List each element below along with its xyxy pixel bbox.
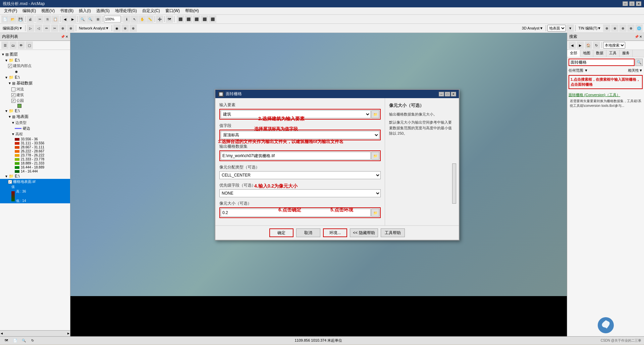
toc-building[interactable]: ✓ 建筑 (0, 92, 70, 98)
toc-elevation[interactable]: ▼ 高程 (0, 131, 70, 137)
dialog-minimize-btn[interactable]: ─ (439, 92, 444, 96)
toc-building-points[interactable]: ✓ 建筑内部点 (0, 63, 70, 69)
menu-file[interactable]: 文件(F) (1, 7, 20, 14)
tb2-btn2[interactable]: ◁ (35, 24, 42, 32)
search-tab-services[interactable]: 服务 (620, 50, 633, 57)
tb-print[interactable]: 🖨 (26, 15, 34, 23)
tb-save[interactable]: 💾 (17, 15, 24, 23)
toc-e-drive-3[interactable]: ▼ 📁 E:\ (0, 108, 70, 114)
tool-help-btn[interactable]: 工具帮助 (381, 228, 405, 237)
toc-pin-icon[interactable]: 📌 (61, 35, 65, 39)
search-go-btn[interactable]: 🔍 (635, 59, 643, 66)
toc-e-drive-2[interactable]: ▼ 📁 E:\ (0, 75, 70, 80)
tb-new[interactable]: 📄 (1, 15, 9, 23)
menu-view[interactable]: 视图(V) (39, 7, 57, 14)
tb-edit2[interactable]: ⬛ (185, 15, 192, 23)
toolbar2-3d[interactable]: 3D Analyst▼ (521, 26, 544, 30)
menu-bookmark[interactable]: 书签(B) (57, 7, 76, 14)
toolbar2-network[interactable]: Network Analyst▼ (77, 26, 110, 30)
search-back-btn[interactable]: ◀ (569, 42, 576, 49)
dialog-right-scrollbar[interactable] (452, 163, 456, 204)
toc-hscroll[interactable]: ◀ ▶ (0, 330, 70, 336)
cell-size-input[interactable] (221, 209, 371, 217)
ok-btn[interactable]: 确定 (269, 228, 293, 237)
field-select[interactable]: 屋顶标高 (221, 131, 379, 139)
tb-fullext[interactable]: ⊞ (94, 15, 102, 23)
output-browse-btn[interactable]: 📁 (371, 152, 379, 160)
toc-vis-btn[interactable]: 👁 (17, 42, 25, 49)
tb-zoom-out[interactable]: 🔍 (87, 15, 94, 23)
search-tab-data[interactable]: 数据 (593, 50, 606, 57)
menu-geoprocess[interactable]: 地理处理(G) (112, 7, 140, 14)
toc-hard-edge[interactable]: 硬边 (0, 126, 70, 131)
toc-list-btn[interactable]: ☰ (1, 42, 9, 49)
window-controls[interactable]: ─ □ ✕ (623, 1, 641, 6)
tb-open[interactable]: 📂 (9, 15, 16, 23)
search-tab-tools[interactable]: 工具 (606, 50, 620, 57)
env-btn[interactable]: 环境... (323, 228, 347, 237)
input-browse-btn[interactable]: 📁 (371, 110, 379, 118)
status-map-btn[interactable]: 🗺 (3, 337, 10, 344)
dialog-restore-btn[interactable]: □ (445, 92, 450, 96)
menu-insert[interactable]: 插入(I) (76, 7, 93, 14)
output-input[interactable] (221, 152, 371, 160)
toc-close-icon[interactable]: ✕ (65, 35, 68, 39)
zoom-level-input[interactable] (104, 16, 121, 22)
tb-edit4[interactable]: ⬛ (201, 15, 208, 23)
toc-river[interactable]: 河流 (0, 86, 70, 92)
toc-base-data[interactable]: ▼ ⊞ 基础数据 (0, 80, 70, 86)
menu-select[interactable]: 选择(S) (94, 7, 112, 14)
tb2-btn4[interactable]: ✂ (51, 24, 58, 32)
dialog-controls[interactable]: ─ □ ✕ (439, 92, 456, 96)
tb2-na1[interactable]: ◉ (113, 24, 121, 32)
tb-back[interactable]: ◀ (61, 15, 69, 23)
tb-cut[interactable]: ✂ (36, 15, 44, 23)
tb-edit3[interactable]: ⬛ (193, 15, 200, 23)
toc-checkbox-1[interactable]: ✓ (8, 64, 12, 68)
search-pin-icon[interactable]: 📌 (635, 35, 639, 39)
surface-select[interactable]: 地表面 (547, 25, 566, 31)
tb-select[interactable]: ↖ (131, 15, 138, 23)
tb2-tin1[interactable]: ⊕ (603, 24, 610, 32)
toc-raster-surface[interactable]: ✓ 栅格地表面.tif (0, 179, 70, 185)
map-area[interactable]: 🔲 面转栅格 ─ □ ✕ 输入要素 建筑 (70, 33, 567, 336)
toc-edge-type[interactable]: ▼ 边类型 (0, 120, 70, 126)
cancel-btn[interactable]: 取消 (296, 228, 320, 237)
tb2-surf1[interactable]: ▼ (567, 24, 574, 32)
tb-zoom-in[interactable]: 🔍 (79, 15, 86, 23)
toc-select-btn[interactable]: ▢ (25, 42, 33, 49)
tb2-btn3[interactable]: ✏ (43, 24, 50, 32)
toc-source-btn[interactable]: 🗂 (9, 42, 17, 49)
toc-surface[interactable]: ▼ ⊞ 地表面 (0, 114, 70, 120)
status-layout-btn[interactable]: 📄 (11, 337, 19, 344)
tb-map-view[interactable]: 🗺 (166, 15, 173, 23)
tb-add-data[interactable]: ➕ (156, 15, 163, 23)
toolbar2-editor[interactable]: 编辑器(R)▼ (1, 26, 24, 31)
toc-checkbox-raster[interactable]: ✓ (8, 180, 12, 184)
tb2-tin4[interactable]: ⊕ (627, 24, 635, 32)
toc-park[interactable]: ✓ 公园 (0, 98, 70, 104)
toc-layer-group[interactable]: ▼ ⊞ 图层 (0, 51, 70, 58)
toc-e-drive-4[interactable]: ▼ 📁 E:\ (0, 174, 70, 179)
tb-paste[interactable]: 📋 (52, 15, 59, 23)
toc-checkbox-park[interactable]: ✓ (11, 99, 15, 103)
toc-e-drive-1[interactable]: ▼ 📁 E:\ (0, 58, 70, 63)
tb-copy[interactable]: ⎘ (44, 15, 51, 23)
tb2-globe[interactable]: 🌐 (635, 24, 643, 32)
tb-measure[interactable]: 📏 (146, 15, 154, 23)
toc-checkbox-building[interactable]: ✓ (11, 93, 15, 97)
cell-size-browse-btn[interactable]: 📁 (371, 209, 379, 217)
tb2-na2[interactable]: ⊕ (121, 24, 129, 32)
tb2-tin2[interactable]: ⊕ (611, 24, 619, 32)
status-rotate-btn[interactable]: ↻ (29, 337, 36, 344)
search-forward-btn[interactable]: ▶ (577, 42, 584, 49)
tb2-tin3[interactable]: ⊕ (619, 24, 627, 32)
minimize-btn[interactable]: ─ (623, 1, 628, 6)
menu-help[interactable]: 帮助(H) (182, 7, 202, 14)
search-input[interactable] (569, 59, 635, 66)
tb2-na3[interactable]: ⊕ (129, 24, 137, 32)
tb-edit1[interactable]: ⬛ (177, 15, 184, 23)
dialog-close-btn[interactable]: ✕ (451, 92, 456, 96)
hide-help-btn[interactable]: << 隐藏帮助 (350, 228, 378, 237)
search-location-select[interactable]: 本地搜索 (603, 42, 625, 49)
